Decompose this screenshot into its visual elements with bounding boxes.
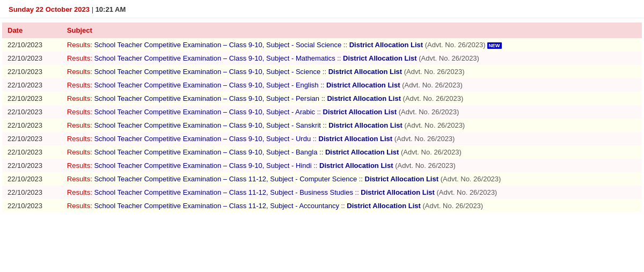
district-allocation-link[interactable]: District Allocation List [347,202,420,210]
double-colon-separator: :: [357,175,364,183]
result-prefix: Results: School Teacher Competitive Exam… [67,175,357,183]
subject-line-link[interactable]: School Teacher Competitive Examination –… [94,68,320,76]
advt-text: (Advt. No. 26/2023) [399,108,459,116]
table-row: 22/10/2023Results: School Teacher Compet… [2,105,642,119]
subject-cell: Results: School Teacher Competitive Exam… [62,65,642,78]
subject-cell: Results: School Teacher Competitive Exam… [62,38,642,52]
double-colon-separator: :: [317,148,325,156]
table-container: Date Subject 22/10/2023Results: School T… [0,18,644,217]
subject-cell: Results: School Teacher Competitive Exam… [62,78,642,92]
date-cell: 22/10/2023 [2,145,62,159]
subject-cell: Results: School Teacher Competitive Exam… [62,92,642,105]
table-row: 22/10/2023Results: School Teacher Compet… [2,186,642,199]
subject-line-link[interactable]: School Teacher Competitive Examination –… [94,161,311,170]
double-colon-separator: :: [321,121,328,129]
subject-line-link[interactable]: School Teacher Competitive Examination –… [94,135,311,143]
district-allocation-link[interactable]: District Allocation List [349,41,423,49]
date-cell: 22/10/2023 [2,92,62,105]
date-cell: 22/10/2023 [2,78,62,92]
date-cell: 22/10/2023 [2,132,62,145]
advt-text: (Advt. No. 26/2023) [401,148,462,156]
time-label: 10:21 AM [96,5,126,13]
result-prefix: Results: School Teacher Competitive Exam… [67,68,320,76]
double-colon-separator: :: [315,108,323,116]
table-row: 22/10/2023Results: School Teacher Compet… [2,132,642,145]
double-colon-separator: :: [353,188,361,196]
date-cell: 22/10/2023 [2,172,62,186]
date-time: Sunday 22 October 2023 | 10:21 AM [9,5,126,13]
district-allocation-link[interactable]: District Allocation List [326,81,400,89]
table-row: 22/10/2023Results: School Teacher Compet… [2,78,642,92]
subject-line-link[interactable]: School Teacher Competitive Examination –… [94,41,341,49]
advt-text: (Advt. No. 26/2023) [419,54,479,62]
district-allocation-link[interactable]: District Allocation List [328,68,402,76]
subject-cell: Results: School Teacher Competitive Exam… [62,172,642,186]
subject-line-link[interactable]: School Teacher Competitive Examination –… [94,81,318,89]
page-header: Sunday 22 October 2023 | 10:21 AM [0,0,644,18]
district-allocation-link[interactable]: District Allocation List [325,148,399,156]
result-prefix: Results: School Teacher Competitive Exam… [67,121,321,129]
subject-cell: Results: School Teacher Competitive Exam… [62,119,642,132]
district-allocation-link[interactable]: District Allocation List [343,54,416,62]
advt-text: (Advt. No. 26/2023) [441,175,501,183]
subject-cell: Results: School Teacher Competitive Exam… [62,199,642,212]
double-colon-separator: :: [335,54,343,62]
date-cell: 22/10/2023 [2,105,62,119]
advt-text: (Advt. No. 26/2023) [395,161,456,170]
table-row: 22/10/2023Results: School Teacher Compet… [2,145,642,159]
double-colon-separator: :: [341,41,349,49]
double-colon-separator: :: [312,161,319,170]
advt-text: (Advt. No. 26/2023) [422,202,483,210]
subject-line-link[interactable]: School Teacher Competitive Examination –… [94,175,357,183]
advt-text: (Advt. No. 26/2023) [425,41,486,49]
subject-cell: Results: School Teacher Competitive Exam… [62,52,642,65]
date-cell: 22/10/2023 [2,159,62,172]
date-cell: 22/10/2023 [2,119,62,132]
double-colon-separator: :: [319,94,327,102]
subject-cell: Results: School Teacher Competitive Exam… [62,186,642,199]
date-cell: 22/10/2023 [2,199,62,212]
subject-line-link[interactable]: School Teacher Competitive Examination –… [94,188,353,196]
district-allocation-link[interactable]: District Allocation List [365,175,438,183]
separator: | [92,5,96,13]
result-prefix: Results: School Teacher Competitive Exam… [67,81,319,89]
table-row: 22/10/2023Results: School Teacher Compet… [2,119,642,132]
table-header-row: Date Subject [2,23,642,38]
subject-line-link[interactable]: School Teacher Competitive Examination –… [94,108,315,116]
subject-line-link[interactable]: School Teacher Competitive Examination –… [94,148,317,156]
district-allocation-link[interactable]: District Allocation List [323,108,397,116]
advt-text: (Advt. No. 26/2023) [436,188,497,196]
date-cell: 22/10/2023 [2,38,62,52]
advt-text: (Advt. No. 26/2023) [394,135,455,143]
result-prefix: Results: School Teacher Competitive Exam… [67,188,353,196]
table-row: 22/10/2023Results: School Teacher Compet… [2,38,642,52]
result-prefix: Results: School Teacher Competitive Exam… [67,148,318,156]
subject-line-link[interactable]: School Teacher Competitive Examination –… [94,121,320,129]
table-row: 22/10/2023Results: School Teacher Compet… [2,92,642,105]
subject-line-link[interactable]: School Teacher Competitive Examination –… [94,94,319,102]
result-prefix: Results: School Teacher Competitive Exam… [67,108,315,116]
date-column-header: Date [2,23,62,38]
double-colon-separator: :: [320,68,328,76]
date-cell: 22/10/2023 [2,52,62,65]
district-allocation-link[interactable]: District Allocation List [319,135,392,143]
advt-text: (Advt. No. 26/2023) [404,121,465,129]
district-allocation-link[interactable]: District Allocation List [327,94,400,102]
subject-line-link[interactable]: School Teacher Competitive Examination –… [94,54,335,62]
result-prefix: Results: School Teacher Competitive Exam… [67,54,335,62]
district-allocation-link[interactable]: District Allocation List [319,161,393,170]
subject-line-link[interactable]: School Teacher Competitive Examination –… [94,202,339,210]
table-row: 22/10/2023Results: School Teacher Compet… [2,159,642,172]
result-prefix: Results: School Teacher Competitive Exam… [67,94,319,102]
subject-cell: Results: School Teacher Competitive Exam… [62,145,642,159]
double-colon-separator: :: [319,81,326,89]
double-colon-separator: :: [311,135,318,143]
table-row: 22/10/2023Results: School Teacher Compet… [2,52,642,65]
district-allocation-link[interactable]: District Allocation List [328,121,402,129]
date-label: Sunday 22 October 2023 [9,5,90,13]
advt-text: (Advt. No. 26/2023) [403,94,464,102]
subject-column-header: Subject [62,23,642,38]
results-table: Date Subject 22/10/2023Results: School T… [2,23,642,212]
table-row: 22/10/2023Results: School Teacher Compet… [2,65,642,78]
district-allocation-link[interactable]: District Allocation List [361,188,434,196]
